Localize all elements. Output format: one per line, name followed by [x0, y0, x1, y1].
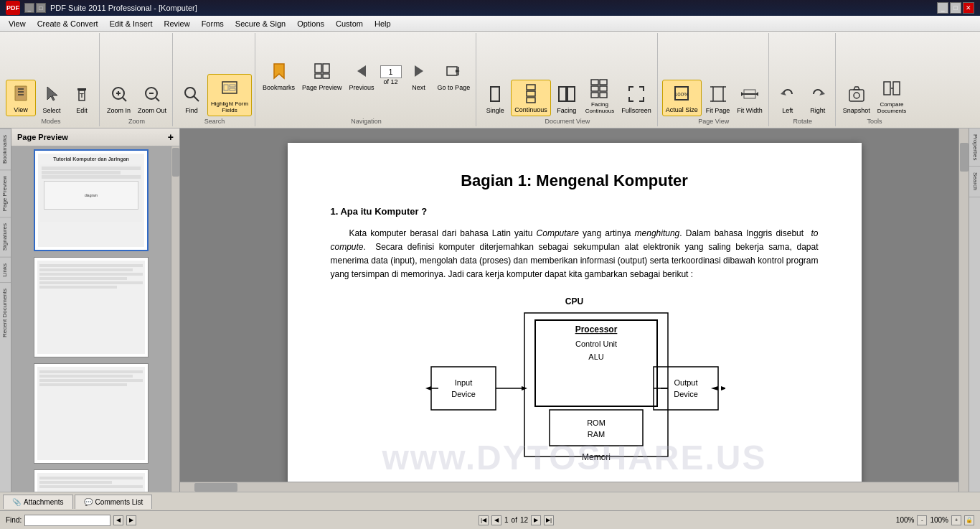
- recent-docs-tab[interactable]: Recent Documents: [0, 282, 11, 343]
- next-label: Next: [412, 84, 425, 92]
- preview-scrollbar[interactable]: [171, 146, 179, 492]
- menu-view[interactable]: View: [3, 18, 32, 29]
- status-first-btn[interactable]: |◀: [479, 515, 489, 525]
- rotate-group-label: Rotate: [793, 118, 813, 125]
- attachments-tab[interactable]: 📎 Attachments: [3, 495, 73, 509]
- zoom-in-status-btn[interactable]: +: [951, 515, 961, 525]
- status-prev-btn[interactable]: ◀: [113, 515, 123, 525]
- select-button[interactable]: Select: [37, 81, 66, 116]
- docview-buttons: Single Continuous Facing FacingContinuou…: [481, 34, 654, 116]
- next-icon: [407, 60, 430, 83]
- facing-continuous-label: FacingContinuous: [585, 101, 614, 115]
- tools-buttons: Snapshot CompareDocuments: [840, 34, 910, 116]
- window-restore-btn[interactable]: □: [950, 2, 961, 14]
- svg-rect-17: [315, 64, 321, 72]
- fit-width-button[interactable]: Fit Width: [734, 81, 765, 116]
- doc-scrollbar-horizontal[interactable]: [180, 482, 958, 492]
- window-minimize-btn[interactable]: _: [937, 2, 948, 14]
- zoom-out-status-btn[interactable]: -: [917, 515, 927, 525]
- svg-rect-13: [224, 85, 228, 90]
- min-icon[interactable]: _: [24, 3, 34, 13]
- fit-page-button[interactable]: Fit Page: [703, 81, 733, 116]
- app-logo: PDF: [6, 1, 20, 15]
- page-thumb-2[interactable]: [34, 257, 149, 357]
- actual-size-button[interactable]: 100% Actual Size: [662, 80, 702, 116]
- titlebar-left: PDF _ □ PDF Suite 2011 Professional - [K…: [6, 1, 197, 15]
- previous-button[interactable]: Previous: [347, 58, 377, 93]
- svg-rect-28: [527, 91, 535, 96]
- search-tab[interactable]: Search: [969, 167, 980, 197]
- status-prev2-btn[interactable]: ◀: [491, 515, 501, 525]
- statusbar: Find: ◀ ▶ |◀ ◀ 1 of 12 ▶ ▶| 100% - 100% …: [0, 510, 980, 529]
- single-icon: [484, 83, 507, 106]
- status-next-btn[interactable]: ▶: [126, 515, 136, 525]
- page-input[interactable]: [380, 65, 402, 78]
- page-preview-title: Page Preview: [17, 133, 68, 141]
- svg-line-11: [194, 96, 199, 101]
- page-preview-add-btn[interactable]: +: [168, 131, 174, 143]
- svg-marker-53: [854, 87, 859, 90]
- computer-diagram: CPU Processor Control Unit: [331, 296, 819, 474]
- doc-scrollbar-vertical[interactable]: [958, 128, 969, 492]
- section1-heading: 1. Apa itu Komputer ?: [331, 205, 819, 220]
- page-preview-panel: Page Preview + Tutorial Komputer dan Jar…: [11, 128, 180, 492]
- links-tab[interactable]: Links: [0, 257, 11, 283]
- comments-list-tab[interactable]: 💬 Comments List: [75, 495, 153, 509]
- menu-create-convert[interactable]: Create & Convert: [32, 18, 104, 29]
- security-btn[interactable]: 🔒: [964, 515, 974, 525]
- doc-title: Bagian 1: Mengenal Komputer: [331, 172, 819, 190]
- signatures-tab[interactable]: Signatures: [0, 217, 11, 256]
- zoom-in-icon: [108, 83, 131, 106]
- highlight-form-button[interactable]: Highlight FormFields: [207, 74, 252, 116]
- continuous-button[interactable]: Continuous: [511, 80, 551, 116]
- page-thumb-4[interactable]: [34, 469, 149, 492]
- bookmarks-button[interactable]: Bookmarks: [260, 58, 298, 93]
- page-thumb-3[interactable]: [34, 363, 149, 464]
- view-button[interactable]: View: [6, 80, 36, 116]
- status-last-btn[interactable]: ▶|: [544, 515, 554, 525]
- rotate-right-button[interactable]: Right: [804, 81, 832, 116]
- svg-marker-21: [357, 65, 366, 77]
- comments-label: Comments List: [95, 498, 143, 506]
- menu-secure-sign[interactable]: Secure & Sign: [230, 18, 291, 29]
- statusbar-left: Find: ◀ ▶: [6, 515, 136, 526]
- page-preview-header: Page Preview +: [11, 128, 179, 146]
- rotate-left-button[interactable]: Left: [773, 81, 802, 116]
- fit-width-icon: [738, 83, 761, 106]
- page-thumb-1[interactable]: Tutorial Komputer dan Jaringan diagram: [34, 149, 149, 251]
- document-area[interactable]: Bagian 1: Mengenal Komputer 1. Apa itu K…: [180, 128, 969, 492]
- compare-docs-button[interactable]: CompareDocuments: [875, 75, 909, 116]
- window-close-btn[interactable]: ✕: [963, 2, 974, 14]
- zoom-out-button[interactable]: Zoom Out: [135, 81, 169, 116]
- max-icon[interactable]: □: [36, 3, 46, 13]
- properties-tab[interactable]: Properties: [969, 128, 980, 167]
- status-next2-btn[interactable]: ▶: [531, 515, 541, 525]
- actual-size-icon: 100%: [670, 82, 693, 105]
- statusbar-right: 100% - 100% + 🔒: [896, 515, 974, 525]
- cpu-label: CPU: [565, 296, 583, 306]
- svg-text:Memori: Memori: [581, 452, 610, 462]
- single-button[interactable]: Single: [481, 81, 509, 116]
- page-preview-tab[interactable]: Page Preview: [0, 169, 11, 217]
- fullscreen-button[interactable]: Fullscreen: [618, 81, 654, 116]
- facing-button[interactable]: Facing: [552, 81, 581, 116]
- menu-edit-insert[interactable]: Edit & Insert: [104, 18, 159, 29]
- menu-options[interactable]: Options: [291, 18, 330, 29]
- menu-help[interactable]: Help: [369, 18, 397, 29]
- page-preview-content[interactable]: Tutorial Komputer dan Jaringan diagram: [11, 146, 171, 492]
- status-page-total: 12: [520, 516, 528, 524]
- find-input[interactable]: [24, 515, 110, 526]
- goto-button[interactable]: Go to Page: [435, 58, 473, 93]
- find-button[interactable]: Find: [177, 81, 206, 116]
- page-preview-button[interactable]: Page Preview: [299, 58, 345, 93]
- facing-continuous-button[interactable]: FacingContinuous: [583, 75, 617, 116]
- edit-button[interactable]: T Edit: [67, 81, 96, 116]
- menu-review[interactable]: Review: [159, 18, 196, 29]
- menu-custom[interactable]: Custom: [330, 18, 369, 29]
- menu-forms[interactable]: Forms: [196, 18, 230, 29]
- rotate-buttons: Left Right: [773, 34, 832, 116]
- zoom-in-button[interactable]: Zoom In: [104, 81, 133, 116]
- snapshot-button[interactable]: Snapshot: [840, 81, 873, 116]
- bookmarks-tab[interactable]: Bookmarks: [0, 128, 11, 169]
- next-button[interactable]: Next: [405, 58, 433, 93]
